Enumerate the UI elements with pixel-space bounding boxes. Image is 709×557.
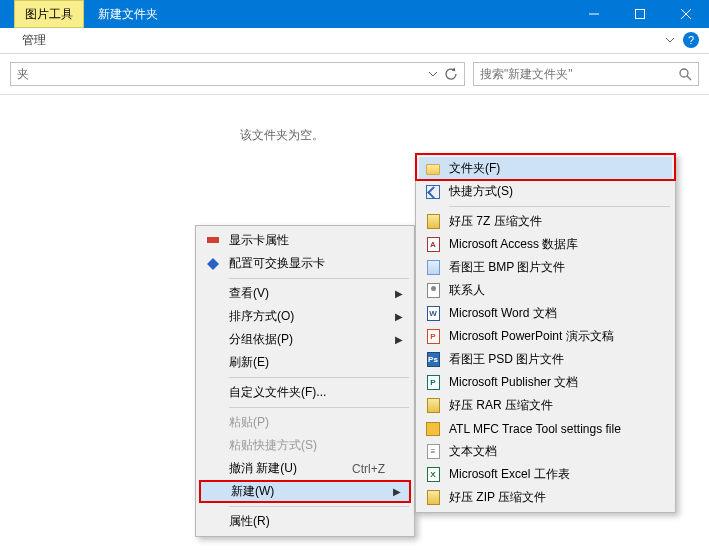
new-access[interactable]: AMicrosoft Access 数据库 bbox=[419, 233, 672, 256]
search-icon[interactable] bbox=[678, 67, 692, 81]
shortcut-icon bbox=[425, 184, 441, 200]
separator bbox=[229, 278, 409, 279]
address-dropdown-icon[interactable] bbox=[428, 69, 438, 79]
menu-customize-folder[interactable]: 自定义文件夹(F)... bbox=[199, 381, 411, 404]
separator bbox=[229, 506, 409, 507]
separator bbox=[449, 206, 670, 207]
new-contact[interactable]: 联系人 bbox=[419, 279, 672, 302]
access-icon: A bbox=[425, 237, 441, 253]
empty-folder-message: 该文件夹为空。 bbox=[240, 127, 324, 144]
svg-marker-7 bbox=[207, 258, 219, 270]
maximize-button[interactable] bbox=[617, 0, 663, 28]
address-search-row: 夹 bbox=[0, 54, 709, 95]
svg-point-4 bbox=[680, 69, 688, 77]
menu-refresh[interactable]: 刷新(E) bbox=[199, 351, 411, 374]
shortcut-label: Ctrl+Z bbox=[352, 462, 385, 476]
chevron-down-icon[interactable] bbox=[665, 35, 675, 45]
new-excel[interactable]: XMicrosoft Excel 工作表 bbox=[419, 463, 672, 486]
search-input[interactable] bbox=[480, 67, 650, 81]
new-word[interactable]: WMicrosoft Word 文档 bbox=[419, 302, 672, 325]
new-bmp[interactable]: 看图王 BMP 图片文件 bbox=[419, 256, 672, 279]
menu-sort[interactable]: 排序方式(O)▶ bbox=[199, 305, 411, 328]
new-submenu: 文件夹(F) 快捷方式(S) 好压 7Z 压缩文件 AMicrosoft Acc… bbox=[415, 153, 676, 513]
menu-undo[interactable]: 撤消 新建(U)Ctrl+Z bbox=[199, 457, 411, 480]
archive-icon bbox=[425, 490, 441, 506]
new-psd[interactable]: Ps看图王 PSD 图片文件 bbox=[419, 348, 672, 371]
close-button[interactable] bbox=[663, 0, 709, 28]
window-title: 新建文件夹 bbox=[84, 0, 172, 28]
new-folder[interactable]: 文件夹(F) bbox=[419, 157, 672, 180]
minimize-button[interactable] bbox=[571, 0, 617, 28]
ribbon-row: 管理 ? bbox=[0, 28, 709, 54]
new-haozip-zip[interactable]: 好压 ZIP 压缩文件 bbox=[419, 486, 672, 509]
new-ppt[interactable]: PMicrosoft PowerPoint 演示文稿 bbox=[419, 325, 672, 348]
display-props-icon bbox=[205, 233, 221, 249]
menu-group[interactable]: 分组依据(P)▶ bbox=[199, 328, 411, 351]
ribbon-tab-manage[interactable]: 管理 bbox=[14, 28, 54, 53]
svg-line-5 bbox=[687, 76, 691, 80]
excel-icon: X bbox=[425, 467, 441, 483]
menu-display-props[interactable]: 显示卡属性 bbox=[199, 229, 411, 252]
context-menu: 显示卡属性 配置可交换显示卡 查看(V)▶ 排序方式(O)▶ 分组依据(P)▶ … bbox=[195, 225, 415, 537]
submenu-arrow-icon: ▶ bbox=[395, 334, 403, 345]
search-box[interactable] bbox=[473, 62, 699, 86]
address-text: 夹 bbox=[17, 66, 29, 83]
svg-rect-1 bbox=[636, 10, 645, 19]
switchable-gfx-icon bbox=[205, 256, 221, 272]
ribbon-tab-image-tools[interactable]: 图片工具 bbox=[14, 0, 84, 28]
archive-icon bbox=[425, 214, 441, 230]
help-button[interactable]: ? bbox=[683, 32, 699, 48]
separator bbox=[229, 377, 409, 378]
new-shortcut[interactable]: 快捷方式(S) bbox=[419, 180, 672, 203]
new-haozip-7z[interactable]: 好压 7Z 压缩文件 bbox=[419, 210, 672, 233]
archive-icon bbox=[425, 398, 441, 414]
submenu-arrow-icon: ▶ bbox=[395, 311, 403, 322]
svg-rect-6 bbox=[207, 237, 219, 243]
atl-icon bbox=[425, 421, 441, 437]
new-atl[interactable]: ATL MFC Trace Tool settings file bbox=[419, 417, 672, 440]
powerpoint-icon: P bbox=[425, 329, 441, 345]
titlebar: 图片工具 新建文件夹 bbox=[0, 0, 709, 28]
menu-view[interactable]: 查看(V)▶ bbox=[199, 282, 411, 305]
menu-switchable-gfx[interactable]: 配置可交换显示卡 bbox=[199, 252, 411, 275]
psd-icon: Ps bbox=[425, 352, 441, 368]
menu-paste: 粘贴(P) bbox=[199, 411, 411, 434]
address-bar[interactable]: 夹 bbox=[10, 62, 465, 86]
folder-icon bbox=[425, 161, 441, 177]
text-file-icon: ≡ bbox=[425, 444, 441, 460]
bmp-icon bbox=[425, 260, 441, 276]
publisher-icon: P bbox=[425, 375, 441, 391]
new-haozip-rar[interactable]: 好压 RAR 压缩文件 bbox=[419, 394, 672, 417]
separator bbox=[229, 407, 409, 408]
menu-new[interactable]: 新建(W)▶ bbox=[199, 480, 411, 503]
new-txt[interactable]: ≡文本文档 bbox=[419, 440, 672, 463]
submenu-arrow-icon: ▶ bbox=[395, 288, 403, 299]
menu-properties[interactable]: 属性(R) bbox=[199, 510, 411, 533]
menu-paste-shortcut: 粘贴快捷方式(S) bbox=[199, 434, 411, 457]
contact-icon bbox=[425, 283, 441, 299]
new-publisher[interactable]: PMicrosoft Publisher 文档 bbox=[419, 371, 672, 394]
word-icon: W bbox=[425, 306, 441, 322]
refresh-icon[interactable] bbox=[444, 67, 458, 81]
submenu-arrow-icon: ▶ bbox=[393, 486, 401, 497]
